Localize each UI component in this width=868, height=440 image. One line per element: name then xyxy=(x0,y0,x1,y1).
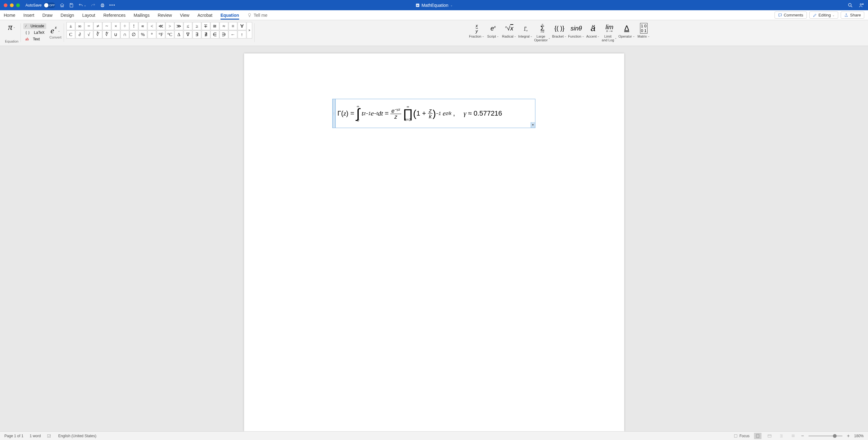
more-icon[interactable]: ••• xyxy=(109,3,116,7)
symbol-°[interactable]: ° xyxy=(148,30,156,38)
symbol-∂[interactable]: ∂ xyxy=(75,30,84,38)
symbol-≥[interactable]: ≥ xyxy=(192,22,201,30)
spellcheck-icon[interactable] xyxy=(47,434,52,438)
symbol-↑[interactable]: ↑ xyxy=(238,30,246,38)
symbol-∓[interactable]: ∓ xyxy=(202,22,210,30)
outline-view-button[interactable] xyxy=(778,433,785,439)
autosave-switch[interactable]: OFF xyxy=(43,2,55,8)
symbol-%[interactable]: % xyxy=(138,30,147,38)
symbol-∝[interactable]: ∝ xyxy=(138,22,147,30)
symbol-∋[interactable]: ∋ xyxy=(220,30,228,38)
symbol-≤[interactable]: ≤ xyxy=(184,22,192,30)
tab-references[interactable]: References xyxy=(103,11,126,20)
focus-mode-button[interactable]: Focus xyxy=(734,434,750,438)
symbol-~[interactable]: ~ xyxy=(102,22,111,30)
symbol-=[interactable]: = xyxy=(85,22,93,30)
undo-button[interactable]: ⌄ xyxy=(78,3,86,8)
unicode-mode-button[interactable]: / Unicode xyxy=(23,23,46,29)
symbol-≪[interactable]: ≪ xyxy=(157,22,165,30)
symbol-≅[interactable]: ≅ xyxy=(211,22,219,30)
document-title[interactable]: W MathEquation ⌄ xyxy=(415,3,453,8)
structure-operator[interactable]: ΔOperator⌄ xyxy=(618,23,635,38)
structure-matrix[interactable]: 1 00 1Matrix⌄ xyxy=(636,23,651,38)
redo-icon[interactable] xyxy=(91,3,96,8)
zoom-out-button[interactable]: − xyxy=(801,433,804,439)
symbol-scroll[interactable]: > xyxy=(247,22,252,38)
comments-button[interactable]: Comments xyxy=(775,11,807,19)
symbol-<[interactable]: < xyxy=(148,22,156,30)
symbol-∈[interactable]: ∈ xyxy=(211,30,219,38)
close-window-button[interactable] xyxy=(4,3,7,7)
search-icon[interactable] xyxy=(847,2,853,8)
symbol-∅[interactable]: ∅ xyxy=(129,30,138,38)
tab-view[interactable]: View xyxy=(180,11,189,20)
editing-mode-button[interactable]: Editing ⌄ xyxy=(809,11,838,19)
symbol-∃[interactable]: ∃ xyxy=(192,30,201,38)
symbol-∩[interactable]: ∩ xyxy=(121,30,129,38)
print-icon[interactable] xyxy=(100,3,105,8)
save-icon[interactable] xyxy=(69,3,74,8)
structure-accent[interactable]: äAccent⌄ xyxy=(586,23,600,38)
language-indicator[interactable]: English (United States) xyxy=(58,434,96,438)
structure-script[interactable]: exScript⌄ xyxy=(486,23,501,38)
zoom-slider[interactable] xyxy=(808,435,842,437)
page[interactable]: Γ(z) = ∞∫0 tz−1e−tdt = e−γzz ∞∏k=1 (1 + … xyxy=(244,54,624,431)
tab-home[interactable]: Home xyxy=(4,11,15,20)
structure-limit-and-log[interactable]: limn→∞Limitand Log⌄ xyxy=(602,23,617,42)
equation-content[interactable]: Γ(z) = ∞∫0 tz−1e−tdt = e−γzz ∞∏k=1 (1 + … xyxy=(336,105,531,122)
convert-button[interactable]: ex ⌄ xyxy=(51,26,61,35)
symbol-≠[interactable]: ≠ xyxy=(93,22,102,30)
symbol-![interactable]: ! xyxy=(129,22,138,30)
symbol-√[interactable]: √ xyxy=(85,30,93,38)
web-layout-view-button[interactable] xyxy=(766,433,773,439)
structure-fraction[interactable]: xyFraction⌄ xyxy=(469,23,485,38)
equation-move-handle[interactable] xyxy=(333,99,336,128)
symbol-∪[interactable]: ∪ xyxy=(112,30,120,38)
tab-insert[interactable]: Insert xyxy=(23,11,34,20)
draft-view-button[interactable] xyxy=(789,433,797,439)
symbol-°F[interactable]: °F xyxy=(157,30,165,38)
symbol-≫[interactable]: ≫ xyxy=(175,22,183,30)
tab-draw[interactable]: Draw xyxy=(42,11,53,20)
equation-container[interactable]: Γ(z) = ∞∫0 tz−1e−tdt = e−γzz ∞∏k=1 (1 + … xyxy=(332,99,535,128)
latex-mode-button[interactable]: { } LaTeX xyxy=(23,30,46,36)
tab-acrobat[interactable]: Acrobat xyxy=(197,11,212,20)
symbol-≈[interactable]: ≈ xyxy=(220,22,228,30)
zoom-in-button[interactable]: + xyxy=(847,433,850,439)
structure-function[interactable]: sinθFunction⌄ xyxy=(568,23,584,38)
zoom-level[interactable]: 180% xyxy=(854,434,864,438)
symbol-∛[interactable]: ∛ xyxy=(93,30,102,38)
word-count[interactable]: 1 word xyxy=(30,434,41,438)
document-area[interactable]: Γ(z) = ∞∫0 tz−1e−tdt = e−γzz ∞∏k=1 (1 + … xyxy=(0,46,868,431)
print-layout-view-button[interactable] xyxy=(754,433,762,439)
minimize-window-button[interactable] xyxy=(10,3,14,7)
structure-radical[interactable]: n√xRadical⌄ xyxy=(502,23,517,38)
structure-integral[interactable]: ∫x−xIntegral⌄ xyxy=(518,23,533,38)
symbol-±[interactable]: ± xyxy=(66,22,75,30)
page-indicator[interactable]: Page 1 of 1 xyxy=(4,434,23,438)
tab-design[interactable]: Design xyxy=(61,11,74,20)
symbol-÷[interactable]: ÷ xyxy=(121,22,129,30)
structure-large-operator[interactable]: nΣi=0LargeOperator⌄ xyxy=(534,23,551,42)
symbol-←[interactable]: ← xyxy=(228,30,237,38)
symbol-°C[interactable]: °C xyxy=(165,30,174,38)
tab-mailings[interactable]: Mailings xyxy=(133,11,149,20)
text-mode-button[interactable]: ab Text xyxy=(23,36,46,42)
tab-review[interactable]: Review xyxy=(158,11,172,20)
tab-layout[interactable]: Layout xyxy=(82,11,95,20)
insert-equation-button[interactable]: π⌄ xyxy=(8,22,16,32)
share-button[interactable]: Share xyxy=(841,11,864,19)
symbol-≡[interactable]: ≡ xyxy=(228,22,237,30)
tab-equation[interactable]: Equation xyxy=(220,11,239,20)
symbol-C[interactable]: C xyxy=(66,30,75,38)
structure-bracket[interactable]: {( )}Bracket⌄ xyxy=(552,23,567,38)
maximize-window-button[interactable] xyxy=(16,3,20,7)
share-presence-icon[interactable] xyxy=(859,2,864,8)
symbol-∞[interactable]: ∞ xyxy=(75,22,84,30)
symbol-∜[interactable]: ∜ xyxy=(102,30,111,38)
symbol-∇[interactable]: ∇ xyxy=(184,30,192,38)
symbol-∄[interactable]: ∄ xyxy=(202,30,210,38)
symbol-∆[interactable]: ∆ xyxy=(175,30,183,38)
symbol-×[interactable]: × xyxy=(112,22,120,30)
equation-options-handle[interactable]: ▼ xyxy=(531,122,535,128)
